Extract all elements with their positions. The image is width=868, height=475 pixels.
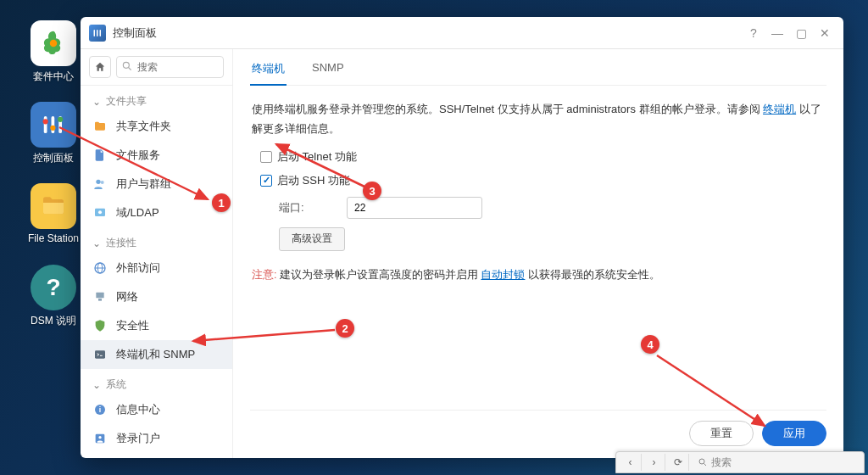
svg-point-26 — [98, 436, 101, 439]
svg-line-11 — [129, 68, 131, 70]
svg-rect-21 — [95, 350, 105, 358]
port-label: 端口: — [279, 200, 326, 215]
main-panel: 终端机 SNMP 使用终端机服务登录并管理您的系统。SSH/Telnet 仅支持… — [233, 49, 843, 458]
sidebar-item-info-center[interactable]: i 信息中心 — [81, 395, 232, 424]
sidebar-section-connectivity[interactable]: ⌄ 连接性 — [81, 227, 232, 254]
checkbox-enable-ssh[interactable]: 启动 SSH 功能 — [260, 173, 825, 188]
svg-rect-8 — [97, 30, 98, 36]
globe-icon — [92, 260, 108, 276]
annotation-badge-2: 2 — [336, 319, 354, 338]
home-button[interactable] — [89, 56, 111, 78]
chevron-down-icon: ⌄ — [92, 379, 101, 391]
desktop-icon-file-station[interactable]: File Station — [24, 183, 83, 244]
taskbar-forward[interactable]: › — [643, 454, 665, 471]
svg-rect-9 — [100, 30, 102, 36]
terminal-icon — [92, 347, 108, 362]
window-title: 控制面板 — [113, 25, 742, 41]
shield-icon — [92, 318, 108, 333]
svg-point-15 — [98, 210, 102, 214]
control-panel-window: 控制面板 ? — ▢ ✕ ⌄ 文件共享 — [81, 17, 843, 458]
security-note: 注意: 建议为登录帐户设置高强度的密码并启用 自动封锁 以获得最强的系统安全性。 — [252, 268, 825, 282]
file-icon — [92, 148, 108, 163]
sidebar-item-file-services[interactable]: 文件服务 — [81, 141, 232, 170]
control-panel-icon — [31, 102, 76, 148]
svg-point-13 — [101, 181, 104, 184]
desktop-icon-control-panel[interactable]: 控制面板 — [24, 102, 83, 165]
sidebar-item-user-group[interactable]: 用户与群组 — [81, 170, 232, 198]
svg-text:i: i — [99, 405, 101, 414]
maximize-button[interactable]: ▢ — [789, 21, 813, 45]
desktop-label: File Station — [24, 232, 83, 244]
svg-point-6 — [58, 117, 63, 122]
sidebar-section-file-sharing[interactable]: ⌄ 文件共享 — [81, 86, 232, 112]
checkbox-icon — [260, 151, 272, 163]
svg-rect-20 — [98, 299, 102, 301]
desktop-label: DSM 说明 — [24, 314, 83, 328]
user-group-icon — [92, 176, 108, 192]
sidebar-item-shared-folder[interactable]: 共享文件夹 — [81, 112, 232, 141]
dsm-help-icon: ? — [31, 265, 76, 310]
sidebar: ⌄ 文件共享 共享文件夹 文件服务 用户与群组 域/LDAP — [81, 49, 233, 458]
description: 使用终端机服务登录并管理您的系统。SSH/Telnet 仅支持从属于 admin… — [252, 99, 825, 139]
taskbar-back[interactable]: ‹ — [620, 454, 642, 471]
svg-point-31 — [699, 459, 704, 464]
svg-point-12 — [96, 180, 100, 184]
folder-icon — [92, 119, 108, 134]
info-icon: i — [92, 402, 108, 417]
sidebar-item-security[interactable]: 安全性 — [81, 311, 232, 340]
sidebar-section-system[interactable]: ⌄ 系统 — [81, 369, 232, 395]
window-icon — [89, 25, 106, 42]
sidebar-item-domain-ldap[interactable]: 域/LDAP — [81, 198, 232, 227]
titlebar: 控制面板 ? — ▢ ✕ — [81, 17, 843, 49]
tab-terminal[interactable]: 终端机 — [250, 61, 287, 85]
annotation-badge-3: 3 — [363, 182, 381, 200]
home-icon — [94, 61, 106, 73]
desktop-icon-package-center[interactable]: 套件中心 — [24, 20, 83, 84]
svg-rect-2 — [52, 116, 55, 133]
taskbar-search[interactable]: 搜索 — [691, 455, 860, 470]
taskbar: ‹ › ⟳ 搜索 — [615, 451, 865, 473]
search-icon — [698, 457, 708, 467]
svg-rect-1 — [44, 116, 47, 133]
svg-rect-7 — [94, 30, 96, 36]
checkbox-checked-icon — [260, 175, 272, 187]
link-auto-block[interactable]: 自动封锁 — [481, 269, 525, 281]
tab-snmp[interactable]: SNMP — [310, 61, 346, 85]
sidebar-item-terminal-snmp[interactable]: 终端机和 SNMP — [81, 340, 232, 369]
tabs: 终端机 SNMP — [250, 49, 826, 86]
chevron-down-icon: ⌄ — [92, 96, 101, 108]
checkbox-enable-telnet[interactable]: 启动 Telnet 功能 — [260, 149, 825, 165]
svg-rect-19 — [96, 293, 103, 299]
file-station-icon — [31, 183, 76, 229]
svg-point-0 — [50, 40, 58, 48]
reset-button[interactable]: 重置 — [689, 421, 754, 446]
sidebar-search[interactable] — [116, 56, 224, 78]
desktop-label: 套件中心 — [24, 70, 83, 84]
network-icon — [92, 289, 108, 305]
login-icon — [92, 431, 108, 446]
domain-icon — [92, 205, 108, 221]
sidebar-item-login-portal[interactable]: 登录门户 — [81, 424, 232, 453]
minimize-button[interactable]: — — [765, 21, 789, 45]
svg-line-32 — [704, 464, 707, 467]
package-center-icon — [31, 20, 76, 66]
sidebar-item-external-access[interactable]: 外部访问 — [81, 254, 232, 282]
desktop-icon-dsm-help[interactable]: ? DSM 说明 — [24, 265, 83, 328]
sidebar-item-network[interactable]: 网络 — [81, 282, 232, 311]
svg-point-4 — [43, 119, 48, 124]
apply-button[interactable]: 应用 — [762, 421, 826, 446]
svg-point-5 — [50, 126, 55, 131]
link-terminal-help[interactable]: 终端机 — [763, 103, 796, 115]
search-icon — [121, 60, 133, 75]
help-button[interactable]: ? — [742, 21, 765, 45]
annotation-badge-4: 4 — [641, 335, 659, 354]
taskbar-refresh[interactable]: ⟳ — [667, 454, 689, 471]
desktop-label: 控制面板 — [24, 151, 83, 165]
chevron-down-icon: ⌄ — [92, 238, 101, 249]
annotation-badge-1: 1 — [212, 193, 231, 212]
close-button[interactable]: ✕ — [813, 21, 837, 45]
advanced-settings-button[interactable]: 高级设置 — [279, 227, 345, 251]
svg-point-10 — [123, 62, 129, 68]
port-input[interactable] — [347, 197, 482, 219]
